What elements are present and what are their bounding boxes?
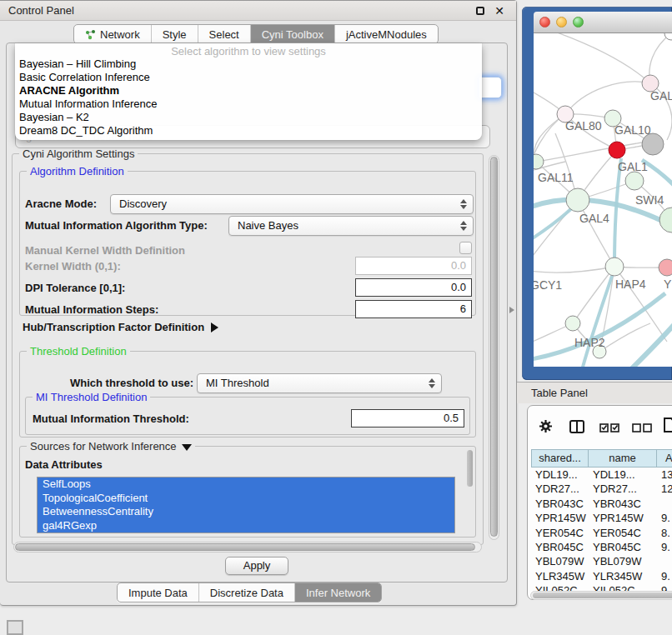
tab-select[interactable]: Select xyxy=(198,25,250,43)
table-cell xyxy=(657,497,672,511)
network-edge[interactable] xyxy=(550,33,650,83)
data-attributes-list[interactable]: SelfLoopsTopologicalCoefficientBetweenne… xyxy=(37,477,455,533)
algorithm-option-aracne-algorithm[interactable]: ARACNE Algorithm xyxy=(15,84,482,98)
manual-kernel-checkbox[interactable] xyxy=(459,242,472,254)
attribute-item[interactable]: gal4RGexp xyxy=(38,519,454,533)
tab-jactivemnodules[interactable]: jActiveMNodules xyxy=(334,25,438,43)
table-body: YDL19...YDL19...13YDR27...YDR27...12YBR0… xyxy=(531,468,672,591)
sources-legend[interactable]: Sources for Network Inference xyxy=(27,440,195,452)
network-node[interactable] xyxy=(609,142,625,158)
network-edge-teal[interactable] xyxy=(614,158,621,265)
settings-vertical-scrollbar[interactable] xyxy=(489,155,499,540)
table-row[interactable]: YBR043CYBR043C xyxy=(531,497,672,511)
scrollbar-thumb[interactable] xyxy=(533,592,672,598)
algorithm-option-dream8-dc-tdc-algorithm[interactable]: Dream8 DC_TDC Algorithm xyxy=(15,124,482,138)
algorithm-combo-focus-fragment[interactable] xyxy=(479,77,502,98)
hub-definition-expander[interactable]: Hub/Transcription Factor Definition xyxy=(23,321,218,333)
tab-infer-network[interactable]: Infer Network xyxy=(294,583,381,602)
network-node[interactable] xyxy=(659,208,672,232)
tab-discretize-data[interactable]: Discretize Data xyxy=(198,583,294,602)
column-header-shared[interactable]: shared... xyxy=(531,449,589,468)
attributes-list-scrollbar[interactable] xyxy=(466,449,474,501)
column-layout-icon[interactable] xyxy=(569,420,584,433)
attribute-item[interactable]: BetweennessCentrality xyxy=(38,505,454,519)
zoom-traffic-light-icon[interactable] xyxy=(573,17,584,28)
tab-network[interactable]: Network xyxy=(74,25,151,43)
mi-type-select[interactable]: Naive Bayes xyxy=(228,216,474,236)
network-node[interactable] xyxy=(566,188,589,212)
network-edge[interactable] xyxy=(573,267,614,323)
close-icon[interactable]: ✕ xyxy=(494,5,504,17)
float-window-icon[interactable] xyxy=(476,7,484,15)
table-row[interactable]: YDL19...YDL19...13 xyxy=(531,468,672,482)
scrollbar-thumb[interactable] xyxy=(490,157,498,537)
which-threshold-select[interactable]: MI Threshold xyxy=(197,373,442,393)
which-threshold-value: MI Threshold xyxy=(198,374,441,392)
select-all-checkbox-icon[interactable] xyxy=(599,423,619,432)
tab-impute-data[interactable]: Impute Data xyxy=(118,583,198,602)
settings-horizontal-scrollbar[interactable] xyxy=(13,542,482,552)
algorithm-option-bayesian-k2[interactable]: Bayesian – K2 xyxy=(15,111,482,124)
mi-steps-input[interactable]: 6 xyxy=(355,300,472,318)
table-cell: YLR345W xyxy=(531,569,589,583)
table-cell: YBL079W xyxy=(589,554,657,568)
panel-divider-handle[interactable] xyxy=(509,307,514,313)
network-window: GALGAL80GAL10GAL1GAL11SWI4GAL4GCY1HAP4YH… xyxy=(522,7,672,380)
settings-gear-icon[interactable] xyxy=(539,419,553,433)
main-tab-bar: NetworkStyleSelectCyni ToolboxjActiveMNo… xyxy=(73,24,439,44)
attribute-item[interactable]: TopologicalCoefficient xyxy=(38,492,454,506)
table-row[interactable]: YBR045CYBR045C9. xyxy=(531,540,672,554)
mi-threshold-input[interactable]: 0.5 xyxy=(351,409,464,428)
network-window-titlebar[interactable] xyxy=(534,12,672,33)
tab-style[interactable]: Style xyxy=(151,25,198,43)
tab-cyni-toolbox[interactable]: Cyni Toolbox xyxy=(250,25,334,43)
hub-definition-label: Hub/Transcription Factor Definition xyxy=(23,321,204,333)
manual-kernel-label: Manual Kernel Width Definition xyxy=(25,244,185,257)
cyni-settings-legend: Cyni Algorithm Settings xyxy=(19,148,138,160)
table-cell: 9. xyxy=(657,540,672,554)
network-node[interactable] xyxy=(659,259,672,276)
floating-grip[interactable] xyxy=(7,620,23,635)
deselect-all-checkbox-icon[interactable] xyxy=(632,423,652,432)
network-edge[interactable] xyxy=(599,323,650,352)
mi-type-value: Naive Bayes xyxy=(229,217,473,235)
table-cell: 13 xyxy=(657,468,672,482)
dropdown-placeholder: Select algorithm to view settings xyxy=(15,43,482,58)
network-edge[interactable] xyxy=(534,114,565,270)
algorithm-option-mutual-information-inference[interactable]: Mutual Information Inference xyxy=(15,98,482,111)
apply-button[interactable]: Apply xyxy=(225,557,288,575)
minimize-traffic-light-icon[interactable] xyxy=(556,17,567,28)
network-edge[interactable] xyxy=(536,140,659,162)
table-row[interactable]: YIL052CYIL052C9 xyxy=(531,583,672,591)
scrollbar-thumb[interactable] xyxy=(467,450,473,487)
column-header-a[interactable]: A xyxy=(657,449,672,468)
dpi-tolerance-input[interactable]: 0.0 xyxy=(355,278,472,297)
kernel-width-input[interactable]: 0.0 xyxy=(355,257,472,275)
table-row[interactable]: YLR345WYLR345W9. xyxy=(531,569,672,583)
scrollbar-thumb[interactable] xyxy=(15,543,475,551)
document-icon[interactable] xyxy=(664,418,672,432)
aracne-mode-select[interactable]: Discovery xyxy=(110,194,474,214)
table-row[interactable]: YBL079WYBL079W xyxy=(531,554,672,568)
table-row[interactable]: YER054CYER054C8. xyxy=(531,526,672,540)
network-node[interactable] xyxy=(625,172,644,190)
network-canvas[interactable]: GALGAL80GAL10GAL1GAL11SWI4GAL4GCY1HAP4YH… xyxy=(534,33,672,367)
algorithm-option-basic-correlation-inference[interactable]: Basic Correlation Inference xyxy=(15,71,482,84)
network-node[interactable] xyxy=(565,316,580,331)
close-traffic-light-icon[interactable] xyxy=(539,17,550,28)
network-edge[interactable] xyxy=(534,267,614,272)
attribute-item[interactable]: SelfLoops xyxy=(38,478,454,492)
table-row[interactable]: YDR27...YDR27...12 xyxy=(531,482,672,496)
network-node[interactable] xyxy=(605,258,624,276)
algorithm-option-bayesian-hill-climbing[interactable]: Bayesian – Hill Climbing xyxy=(15,58,482,71)
network-node[interactable] xyxy=(664,33,672,40)
column-header-name[interactable]: name xyxy=(589,449,657,468)
network-edge-teal[interactable] xyxy=(630,325,672,367)
table-cell: 9 xyxy=(657,583,672,591)
network-edge[interactable] xyxy=(565,82,650,114)
network-node-label: GAL10 xyxy=(614,123,651,137)
table-horizontal-scrollbar[interactable] xyxy=(530,591,672,600)
stepper-arrows-icon xyxy=(429,378,435,388)
network-graph[interactable]: GALGAL80GAL10GAL1GAL11SWI4GAL4GCY1HAP4YH… xyxy=(534,33,672,367)
table-row[interactable]: YPR145WYPR145W9. xyxy=(531,511,672,525)
